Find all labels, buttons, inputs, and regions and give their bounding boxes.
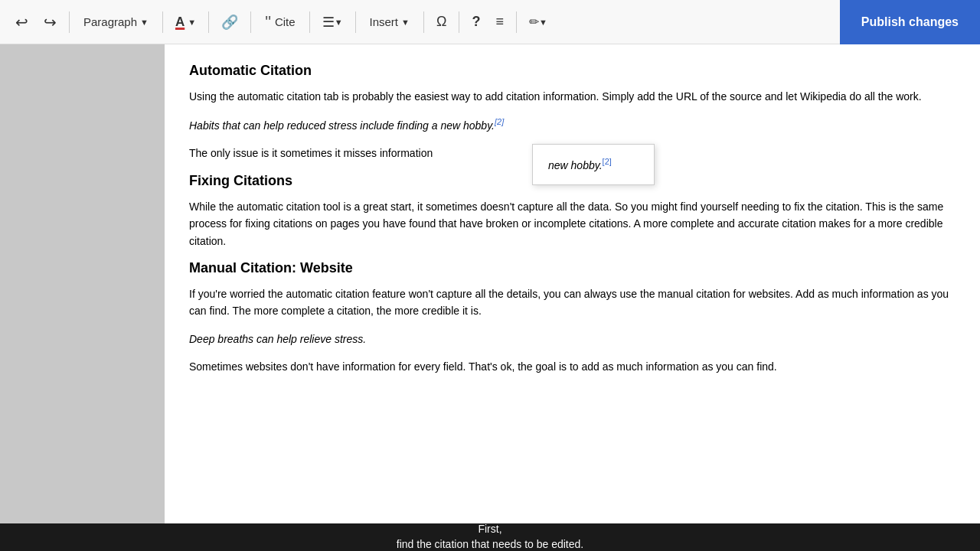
toolbar: ↩ ↪ Paragraph ▼ A ▼ 🔗 " Cite ☰ ▼ Insert …	[0, 0, 980, 44]
section3-para3: Sometimes websites don't have informatio…	[189, 358, 956, 375]
insert-chevron-icon: ▼	[401, 18, 410, 27]
hamburger-icon: ≡	[495, 14, 504, 30]
link-button[interactable]: 🔗	[215, 8, 244, 37]
help-button[interactable]: ?	[466, 8, 486, 37]
list-chevron-icon: ▼	[335, 18, 343, 27]
quote-icon: "	[265, 12, 271, 32]
undo-button[interactable]: ↩	[9, 8, 34, 37]
lists-button[interactable]: ☰ ▼	[316, 8, 349, 37]
section3-para2-text: Deep breaths can help relieve stress.	[189, 333, 366, 345]
cite-label: Cite	[275, 15, 296, 28]
section1-heading: Automatic Citation	[189, 63, 956, 79]
section3-para1: If you're worried the automatic citation…	[189, 285, 956, 320]
pencil-icon: ✏	[529, 15, 539, 29]
cite-button[interactable]: " Cite	[257, 8, 303, 37]
caption-bar: First, find the citation that needs to b…	[0, 523, 980, 551]
section1-para1: Using the automatic citation tab is prob…	[189, 88, 956, 105]
tooltip-ref[interactable]: [2]	[603, 157, 612, 166]
section3-para2: Deep breaths can help relieve stress.	[189, 331, 956, 347]
divider-5	[309, 11, 310, 33]
redo-icon: ↪	[44, 13, 57, 31]
section1-para2-italic: new hobby.	[440, 119, 495, 132]
divider-1	[69, 11, 70, 33]
section1-para2-prefix: Habits that can help reduced stress incl…	[189, 119, 440, 132]
citation-ref-2[interactable]: [2]	[495, 117, 504, 126]
divider-4	[250, 11, 251, 33]
section3-heading: Manual Citation: Website	[189, 260, 956, 276]
content-wrapper: Automatic Citation Using the automatic c…	[0, 44, 980, 523]
insert-dropdown[interactable]: Insert ▼	[362, 8, 417, 37]
undo-icon: ↩	[15, 13, 28, 31]
divider-2	[162, 11, 163, 33]
caption-line1: First,	[478, 522, 501, 537]
more-options-button[interactable]: ≡	[489, 8, 510, 37]
publish-changes-button[interactable]: Publish changes	[840, 0, 980, 44]
tooltip-text: new hobby.	[548, 159, 603, 171]
divider-7	[423, 11, 424, 33]
help-icon: ?	[472, 14, 480, 30]
caption-line2: find the citation that needs to be edite…	[397, 537, 583, 551]
omega-icon: Ω	[436, 14, 446, 30]
font-style-button[interactable]: A ▼	[169, 8, 202, 37]
paragraph-chevron-icon: ▼	[140, 18, 149, 27]
paragraph-dropdown[interactable]: Paragraph ▼	[76, 8, 156, 37]
special-chars-button[interactable]: Ω	[430, 8, 452, 37]
citation-tooltip: new hobby.[2]	[532, 144, 655, 185]
divider-9	[516, 11, 517, 33]
divider-8	[459, 11, 459, 33]
section2-para1: While the automatic citation tool is a g…	[189, 198, 956, 249]
redo-button[interactable]: ↪	[38, 8, 63, 37]
publish-label: Publish changes	[861, 15, 959, 28]
section1-para2: Habits that can help reduced stress incl…	[189, 116, 956, 134]
link-icon: 🔗	[221, 14, 238, 31]
list-icon: ☰	[322, 14, 335, 31]
font-A-icon: A	[175, 15, 185, 30]
editor-area[interactable]: Automatic Citation Using the automatic c…	[165, 44, 980, 523]
edit-chevron-icon: ▼	[539, 18, 547, 27]
paragraph-label: Paragraph	[83, 15, 137, 28]
left-sidebar	[0, 44, 165, 523]
divider-6	[355, 11, 356, 33]
edit-mode-button[interactable]: ✏ ▼	[523, 8, 554, 37]
divider-3	[208, 11, 209, 33]
font-chevron-icon: ▼	[188, 18, 196, 27]
insert-label: Insert	[370, 15, 399, 28]
